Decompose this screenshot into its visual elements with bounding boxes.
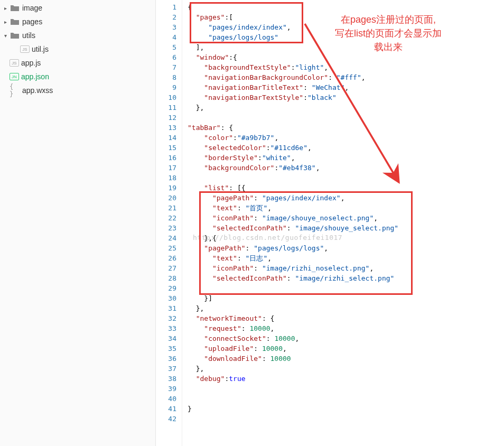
line-number: 17 <box>156 163 176 173</box>
code-line: }, <box>188 103 398 113</box>
tree-folder-image[interactable]: ▸ image <box>0 1 155 15</box>
tree-file-utiljs[interactable]: JS util.js <box>0 42 155 56</box>
code-line: "selectedIconPath": "image/rizhi_select.… <box>188 273 398 283</box>
code-line: ], <box>188 42 398 52</box>
code-line: "navigationBarBackgroundColor": "#fff", <box>188 72 398 82</box>
code-editor[interactable]: 1234567891011121314151617181920212223242… <box>156 0 504 446</box>
code-line: "navigationBarTextStyle":"black" <box>188 92 398 103</box>
code-line: "iconPath": "image/shouye_noselect.png", <box>188 213 398 223</box>
code-line: "navigationBarTitleText": "WeChat", <box>188 82 398 92</box>
tree-label: app.wxss <box>22 86 53 95</box>
code-line: "selectedColor":"#11cd6e", <box>188 143 398 153</box>
line-number: 3 <box>156 22 176 32</box>
line-number: 30 <box>156 293 176 303</box>
tree-label: image <box>22 4 42 12</box>
code-line: "connectSocket": 10000, <box>188 333 398 343</box>
line-number: 27 <box>156 263 176 273</box>
line-number: 32 <box>156 313 176 323</box>
tree-file-appjs[interactable]: JS app.js <box>0 56 155 70</box>
tree-label: utils <box>22 31 35 40</box>
line-number: 10 <box>156 92 176 103</box>
code-line <box>188 384 398 394</box>
line-number: 33 <box>156 323 176 333</box>
chevron-down-icon: ▾ <box>2 32 8 39</box>
line-number: 19 <box>156 183 176 193</box>
chevron-right-icon: ▸ <box>2 5 8 11</box>
js-file-icon: JS <box>10 59 19 67</box>
code-line: "text": "首页", <box>188 203 398 213</box>
line-number: 8 <box>156 72 176 82</box>
code-line <box>188 394 398 404</box>
line-number: 21 <box>156 203 176 213</box>
code-line <box>188 173 398 183</box>
line-number: 31 <box>156 303 176 313</box>
line-number: 42 <box>156 414 176 424</box>
line-number: 35 <box>156 343 176 354</box>
code-line: "backgroundTextStyle":"light", <box>188 62 398 72</box>
wxss-file-icon: { } <box>10 86 20 95</box>
code-line: "list": [{ <box>188 183 398 193</box>
tree-label: app.js <box>21 59 41 67</box>
code-line: "window":{ <box>188 52 398 62</box>
tree-file-appjson[interactable]: JN app.json <box>0 70 155 83</box>
line-number: 4 <box>156 32 176 42</box>
line-number: 2 <box>156 12 176 22</box>
line-number: 12 <box>156 113 176 123</box>
line-number: 34 <box>156 333 176 343</box>
code-line: "pagePath": "pages/logs/logs", <box>188 243 398 253</box>
code-line <box>188 414 398 424</box>
code-line: "backgroundColor":"#eb4f38", <box>188 163 398 173</box>
code-line: "color":"#a9b7b7", <box>188 133 398 143</box>
code-line: "selectedIconPath": "image/shouye_select… <box>188 223 398 233</box>
code-line: }, <box>188 303 398 313</box>
line-number: 40 <box>156 394 176 404</box>
tree-file-appwxss[interactable]: { } app.wxss <box>0 83 155 97</box>
code-area[interactable]: { "pages":[ "pages/index/index", "pages/… <box>182 0 398 446</box>
folder-icon <box>10 31 20 40</box>
line-number: 26 <box>156 253 176 263</box>
code-line: "pages/logs/logs" <box>188 32 398 42</box>
file-tree: ▸ image ▸ pages ▾ utils JS util.js JS ap… <box>0 0 156 446</box>
line-number: 20 <box>156 193 176 203</box>
line-number: 15 <box>156 143 176 153</box>
line-number: 18 <box>156 173 176 183</box>
code-line: "debug":true <box>188 374 398 384</box>
chevron-right-icon: ▸ <box>2 18 8 25</box>
code-line: "uploadFile": 10000, <box>188 343 398 354</box>
code-line: "tabBar": { <box>188 123 398 133</box>
code-line: },{ <box>188 233 398 243</box>
line-number: 1 <box>156 2 176 12</box>
line-number: 39 <box>156 384 176 394</box>
code-line: "pagePath": "pages/index/index", <box>188 193 398 203</box>
line-number: 14 <box>156 133 176 143</box>
code-line: }] <box>188 293 398 303</box>
code-line: }, <box>188 364 398 374</box>
tree-label: util.js <box>32 45 49 53</box>
line-number-gutter: 1234567891011121314151617181920212223242… <box>156 0 182 446</box>
line-number: 13 <box>156 123 176 133</box>
tree-label: app.json <box>21 72 49 81</box>
line-number: 5 <box>156 42 176 52</box>
line-number: 28 <box>156 273 176 283</box>
code-line: { <box>188 2 398 12</box>
line-number: 9 <box>156 82 176 92</box>
folder-icon <box>10 17 20 26</box>
line-number: 24 <box>156 233 176 243</box>
tree-folder-pages[interactable]: ▸ pages <box>0 15 155 29</box>
code-line: "downloadFile": 10000 <box>188 354 398 364</box>
js-file-icon: JS <box>20 45 30 53</box>
line-number: 6 <box>156 52 176 62</box>
code-line <box>188 283 398 293</box>
tree-folder-utils[interactable]: ▾ utils <box>0 29 155 42</box>
line-number: 23 <box>156 223 176 233</box>
code-line: "pages/index/index", <box>188 22 398 32</box>
line-number: 37 <box>156 364 176 374</box>
code-line: "pages":[ <box>188 12 398 22</box>
code-line: "iconPath": "image/rizhi_noselect.png", <box>188 263 398 273</box>
line-number: 29 <box>156 283 176 293</box>
line-number: 25 <box>156 243 176 253</box>
code-line <box>188 113 398 123</box>
code-line: "text": "日志", <box>188 253 398 263</box>
line-number: 36 <box>156 354 176 364</box>
tree-label: pages <box>22 17 42 26</box>
